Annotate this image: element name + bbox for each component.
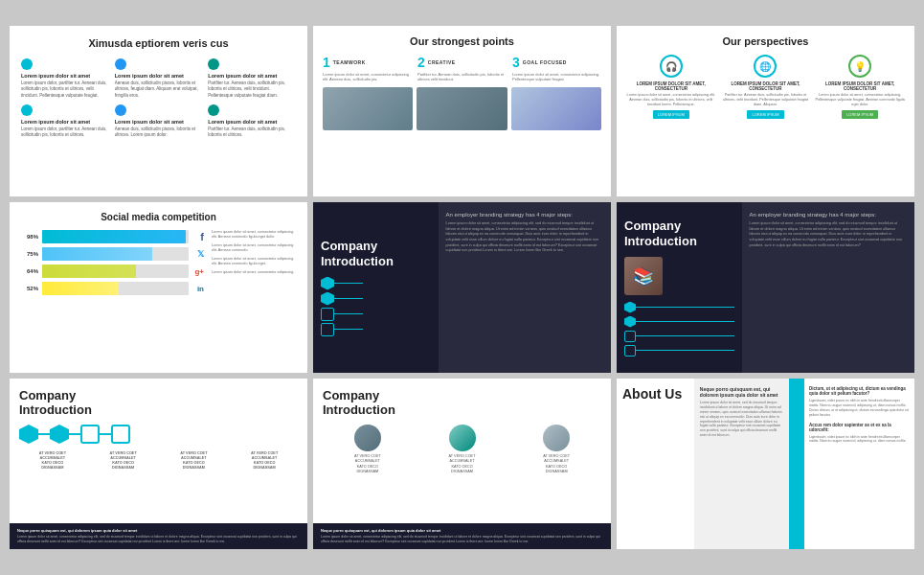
card-item-6: Lorem ipsum dolor sit amet Partfiter tur… (208, 104, 296, 139)
social-layout: 98% f 75% (19, 230, 298, 301)
social-text-2: Lorem ipsum dolor sit amet, consectetur … (212, 243, 298, 253)
hex-1 (321, 277, 334, 290)
hex-icon-1 (19, 425, 38, 444)
card-title-2: Lorem ipsum dolor sit amet (115, 73, 203, 79)
social-text-4: Lorem ipsum dolor sit amet, consectetur … (212, 270, 298, 275)
bar-label-fb: 98% (19, 234, 38, 240)
img-box-2 (417, 87, 507, 130)
about-col-2: Neque porro quisquam est, qui dolorem ip… (694, 379, 790, 549)
icon-connector-row (19, 425, 298, 444)
slide-1-3-title: Our perspectives (626, 35, 905, 47)
hex-img-4-outline (624, 345, 636, 356)
card-item-3: Lorem ipsum dolor sit amet Partfiter tur… (208, 58, 296, 99)
line-img-4 (636, 350, 734, 352)
line-2 (334, 298, 363, 300)
slide-1-1-cards-row1: Lorem ipsum dolor sit amet Lorem ipsum d… (21, 58, 296, 99)
dot-2 (115, 58, 126, 70)
slide-2-2: CompanyIntroduction (313, 202, 611, 373)
bar-label-li: 52% (19, 286, 38, 291)
ci-right-title-2-2: An employer branding strategy has 4 majo… (446, 212, 603, 218)
persp-btn-3[interactable]: LOREM IPSUM (842, 110, 878, 119)
slide-2-3: CompanyIntroduction 📚 (617, 202, 914, 373)
hex-3-outline (321, 308, 334, 321)
ci-right-2-3: An employer branding strategy has 4 majo… (742, 202, 914, 373)
ci-right-text-2-3: Lorem ipsum dolor sit amet, consectetur … (750, 221, 907, 248)
avatar-1 (354, 425, 381, 451)
footer-title-3-2: Neque porro quisquam est, qui dolorem ip… (321, 528, 603, 534)
icon-labels-row: AT VERO COETACCUMSALETKATO OECODIGNASSAM… (19, 451, 298, 471)
persp-btn-2[interactable]: LOREM IPSUM (747, 110, 783, 119)
avatar-label-2: AT VERO COETACCUMSALETKATO OECODIGNASSAM (449, 454, 476, 474)
slide-2-3-main: CompanyIntroduction 📚 (617, 202, 914, 373)
hex-2 (321, 292, 334, 306)
icon-col-4: AT VERO COETACCUMSALETKATO OECODIGNASSAM (231, 451, 298, 471)
point-images (323, 87, 601, 130)
ci-left-2-3: CompanyIntroduction 📚 (617, 202, 742, 373)
line-1 (334, 283, 363, 285)
slide-3-3: About Us Neque porro quisquam est, qui d… (617, 379, 914, 549)
dot-5 (115, 104, 126, 116)
point-desc-3: Lorem ipsum dolor sit amet, consectetur … (512, 72, 601, 81)
icon-label-3: AT VERO COETACCUMSALETKATO OECODIGNASSAM (180, 451, 207, 471)
hex-icon-2 (50, 425, 69, 444)
line-img-3 (636, 335, 734, 337)
ci-left-2-2: CompanyIntroduction (313, 202, 439, 373)
persp-title-2: LOREM IPSUM DOLOR SIT AMET, CONSECTETUR (721, 81, 811, 91)
about-col2-text: Lorem ipsum dolor sit amet, sed do eiusm… (700, 401, 784, 438)
dot-3 (208, 58, 219, 70)
hex-row-2 (321, 292, 431, 306)
about-cyan-bar (789, 379, 804, 549)
hex-row-img-4 (624, 345, 734, 356)
persp-text-3: Lorem ipsum dolor sit amet, consectetur … (815, 93, 905, 107)
slide-1-1: Ximusda eptiorem veris cus Lorem ipsum d… (10, 26, 307, 196)
hex-chain (321, 277, 431, 336)
hex-chain-2-3: 📚 (624, 257, 734, 356)
footer-title-3-1: Neque porro quisquam est, qui dolorem ip… (17, 528, 300, 534)
footer-text-3-2: Lorem ipsum dolor sit amet, consectetur … (321, 535, 603, 544)
bar-label-tw: 75% (19, 251, 38, 257)
bar-row-gp: 64% g+ (19, 264, 206, 278)
about-col4-title: Dictum, ut et adipiscing ut, dictum ea v… (809, 386, 910, 396)
about-col2-title: Neque porro quisquam est, qui dolorem ip… (700, 386, 784, 398)
about-us-title: About Us (622, 386, 688, 402)
persp-item-2: 🌐 LOREM IPSUM DOLOR SIT AMET, CONSECTETU… (721, 55, 811, 119)
bar-label-gp: 64% (19, 268, 38, 274)
hex-row-img-2 (624, 316, 734, 328)
about-us-main: About Us Neque porro quisquam est, qui d… (617, 379, 914, 549)
hex-icon-3-outline (80, 425, 100, 444)
img-1 (323, 87, 413, 130)
linkedin-icon: in (197, 285, 204, 293)
hex-row-4 (321, 323, 431, 336)
hex-row-img-1 (624, 302, 734, 313)
slide-3-1-title: CompanyIntroduction (19, 388, 298, 417)
avatar-col-1: AT VERO COETACCUMSALETKATO OECODIGNASSAM (323, 425, 413, 474)
slide-1-3: Our perspectives 🎧 LOREM IPSUM DOLOR SIT… (617, 26, 914, 196)
ci-right-text-2-2: Lorem ipsum dolor sit amet, consectetur … (446, 221, 603, 254)
persp-icon-2: 🌐 (754, 55, 777, 78)
card-title-3: Lorem ipsum dolor sit amet (208, 73, 296, 79)
point-3: 3 GOAL FOCUSED Lorem ipsum dolor sit ame… (512, 55, 601, 81)
point-2: 2 CREATIVE Partfiter tur. Aenean duis, s… (417, 55, 507, 81)
icon-label-2: AT VERO COETACCUMSALETKATO OECODIGNASSAM (110, 451, 137, 471)
slide-2-1: Social media competition 98% f 75% (10, 202, 307, 373)
about-col4-text: Ligentissim, videt ipsum ex nibh in ante… (809, 399, 910, 418)
card-text-5: Aenean duis, sollicitudin pisces, lobort… (115, 126, 203, 139)
ci-right-2-2: An employer branding strategy has 4 majo… (439, 202, 611, 373)
social-bars-col: 98% f 75% (19, 230, 206, 301)
line-img-2 (636, 321, 734, 323)
card-text-2: Aenean duis, sollicitudin pisces, lobort… (115, 80, 203, 99)
hex-img-1 (624, 302, 636, 313)
icon-col-2: AT VERO COETACCUMSALETKATO OECODIGNASSAM (90, 451, 157, 471)
card-item-4: Lorem ipsum dolor sit amet Lorem ipsum d… (21, 104, 109, 139)
conn-2 (69, 433, 80, 435)
avatar-label-1: AT VERO COETACCUMSALETKATO OECODIGNASSAM (354, 454, 381, 474)
bar-fill-fb (42, 230, 186, 243)
hex-row-img-3 (624, 331, 734, 342)
bar-fill-tw (42, 247, 152, 261)
icon-label-1: AT VERO COETACCUMSALETKATO OECODIGNASSAM (39, 451, 66, 471)
slide-1-1-cards-row2: Lorem ipsum dolor sit amet Lorem ipsum d… (21, 104, 296, 139)
card-text-6: Partfiter tur. Aenean duis, sollicitudin… (208, 126, 296, 139)
img-3 (511, 87, 601, 130)
slide-3-1-footer: Neque porro quisquam est, qui dolorem ip… (10, 523, 307, 549)
persp-btn-1[interactable]: LOREM IPSUM (653, 110, 689, 119)
